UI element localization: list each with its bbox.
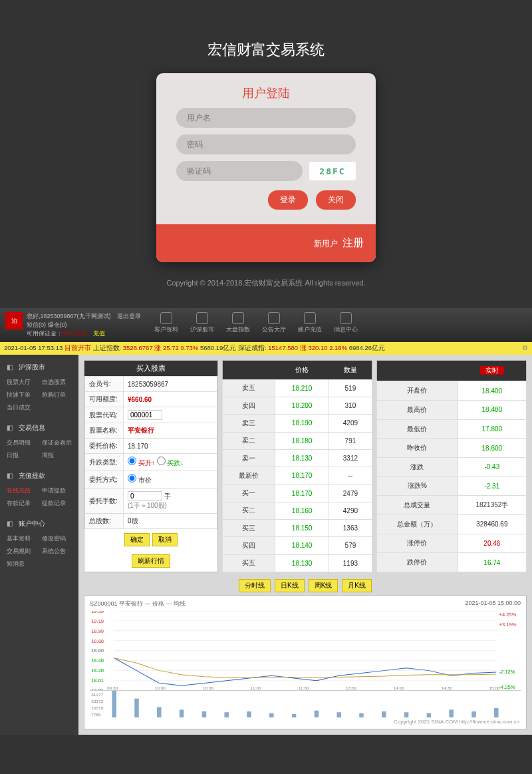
market-status: 目前开市	[65, 344, 91, 351]
svg-text:11:00: 11:00	[250, 685, 261, 690]
logout-link[interactable]: 退出登录	[117, 313, 141, 319]
svg-text:+3.19%: +3.19%	[499, 622, 517, 628]
svg-rect-47	[382, 711, 386, 717]
market-price-radio[interactable]: 市价	[128, 477, 152, 484]
stock-code-input[interactable]	[128, 410, 162, 420]
trading-screen: 泊 您好,18253059867(九千网测试) 退出登录 短信(0) 爆仓(0)…	[0, 308, 532, 735]
recharge-link[interactable]: 充值	[93, 330, 105, 337]
ticker-bar: 2021-01-05 17:53:13 目前开市 上证指数: 3528.6767…	[0, 342, 532, 355]
svg-text:17.81: 17.81	[91, 687, 104, 690]
svg-text:19.19: 19.19	[91, 618, 104, 624]
chart-panel: SZ000001 平安银行 — 价格 — 均线 2021-01-05 15:00…	[84, 595, 527, 729]
side-item[interactable]: 短消息	[4, 558, 39, 570]
register-bar[interactable]: 新用户 注册	[156, 224, 376, 262]
svg-text:31177: 31177	[91, 692, 104, 697]
svg-rect-39	[202, 711, 206, 717]
buy-title: 买入股票	[84, 361, 217, 376]
side-item[interactable]: 交易明细	[4, 437, 39, 449]
svg-text:18.20: 18.20	[91, 668, 104, 674]
confirm-button[interactable]: 确定	[124, 533, 150, 546]
captcha-image[interactable]: 28FC	[309, 162, 356, 180]
stock-name: 平安银行	[124, 423, 217, 439]
svg-rect-49	[427, 713, 431, 717]
side-item[interactable]: 股票大厅	[4, 376, 39, 389]
cancel-button[interactable]: 取消	[152, 533, 178, 546]
svg-rect-36	[134, 699, 138, 717]
svg-text:23373: 23373	[91, 699, 104, 703]
password-input[interactable]	[176, 134, 356, 154]
ticker-time: 2021-01-05 17:53:13	[4, 344, 63, 351]
username-input[interactable]	[176, 108, 356, 128]
logo-icon: 泊	[5, 312, 23, 329]
topnav-5[interactable]: 消息中心	[334, 312, 358, 338]
refresh-button[interactable]: 刷新行情	[132, 554, 170, 568]
stock-info-table: 实时开盘价18.400最高价18.480最低价17.800昨收价18.600涨跌…	[376, 360, 527, 572]
price-chart: 19.3919.1918.9918.8018.6018.4018.2018.01…	[90, 611, 521, 691]
side-item[interactable]: 当日成交	[4, 401, 39, 414]
svg-text:10:00: 10:00	[155, 685, 166, 690]
buy-down-radio[interactable]: 买跌↓	[157, 459, 184, 467]
svg-rect-50	[449, 709, 453, 717]
login-box: 用户登陆 28FC 登录 关闭 新用户 注册	[156, 73, 376, 262]
register-link[interactable]: 注册	[342, 237, 364, 248]
side-head: ◧充值提款	[0, 469, 78, 483]
chart-tab-1[interactable]: 日K线	[275, 579, 305, 592]
svg-rect-51	[471, 711, 475, 717]
svg-text:19.39: 19.39	[91, 611, 104, 614]
topnav-0[interactable]: 客户资料	[154, 312, 178, 338]
side-item[interactable]: 系统公告	[39, 545, 74, 558]
buy-panel: 买入股票 会员号:18253059867 可用额度:¥660.60 股票代码: …	[84, 360, 218, 572]
chart-head-right: 2021-01-05 15:00:00	[465, 600, 521, 606]
side-item[interactable]: 提款记录	[39, 497, 74, 510]
topnav-3[interactable]: 公告大厅	[262, 312, 286, 338]
login-button[interactable]: 登录	[268, 190, 308, 210]
svg-rect-44	[315, 711, 319, 717]
svg-text:18.40: 18.40	[91, 658, 104, 664]
side-item[interactable]: 存款记录	[4, 497, 39, 510]
captcha-input[interactable]	[176, 161, 303, 181]
side-head: ◧交易信息	[0, 421, 78, 435]
side-item[interactable]: 快速下单	[4, 389, 39, 401]
side-item[interactable]: 抢购订单	[39, 389, 74, 401]
svg-text:18.60: 18.60	[91, 648, 104, 654]
margin-label: 可用保证金：	[27, 330, 63, 337]
chart-tab-0[interactable]: 分时线	[239, 579, 271, 592]
side-item[interactable]: 保证金表示	[39, 437, 74, 449]
svg-rect-35	[112, 691, 116, 717]
copyright: Copyright © 2014-2018.宏信财富交易系统 All right…	[0, 278, 532, 288]
topnav-4[interactable]: 账户充值	[298, 312, 322, 338]
svg-text:15:00: 15:00	[489, 685, 500, 690]
chart-footer: Copyright 2021 SINA.COM http://finance.s…	[87, 717, 523, 726]
side-item[interactable]: 申请提款	[39, 484, 74, 497]
side-item[interactable]: 交易规则	[4, 545, 39, 558]
topnav-1[interactable]: 沪深股市	[190, 312, 214, 338]
svg-rect-37	[157, 707, 161, 717]
lots-input[interactable]	[128, 491, 162, 501]
msg-counts: 短信(0) 爆仓(0)	[27, 321, 141, 329]
side-item[interactable]: 周报	[39, 449, 74, 462]
topnav-2[interactable]: 大盘指数	[226, 312, 250, 338]
svg-text:18.99: 18.99	[91, 628, 104, 634]
orderbook-table: 价格数量卖五18.210519卖四18.200310卖三18.1904209卖二…	[222, 360, 372, 572]
buy-form-table: 会员号:18253059867 可用额度:¥660.60 股票代码: 股票名称:…	[84, 376, 217, 529]
svg-text:+4.25%: +4.25%	[499, 612, 517, 618]
top-bar: 泊 您好,18253059867(九千网测试) 退出登录 短信(0) 爆仓(0)…	[0, 308, 532, 342]
chart-tab-3[interactable]: 月K线	[342, 579, 372, 592]
side-item[interactable]: 修改密码	[39, 532, 74, 545]
gear-icon[interactable]: ⚙	[522, 344, 528, 351]
side-item[interactable]: 自选股票	[39, 376, 74, 389]
svg-text:18.80: 18.80	[91, 638, 104, 644]
side-item[interactable]: 在线充值	[4, 484, 39, 497]
svg-text:7789: 7789	[91, 712, 101, 717]
svg-rect-43	[292, 714, 296, 717]
side-item[interactable]: 基本资料	[4, 532, 39, 545]
user-block: 您好,18253059867(九千网测试) 退出登录 短信(0) 爆仓(0) 可…	[27, 312, 141, 338]
svg-text:-4.25%: -4.25%	[499, 684, 516, 690]
side-item[interactable]: 日报	[4, 449, 39, 462]
chart-tab-2[interactable]: 周K线	[309, 579, 338, 592]
margin-value: ¥66.06元	[63, 330, 87, 337]
buy-up-radio[interactable]: 买升↑	[128, 459, 155, 467]
svg-text:13:30: 13:30	[346, 685, 357, 690]
svg-rect-52	[494, 708, 498, 717]
close-button[interactable]: 关闭	[316, 190, 356, 210]
